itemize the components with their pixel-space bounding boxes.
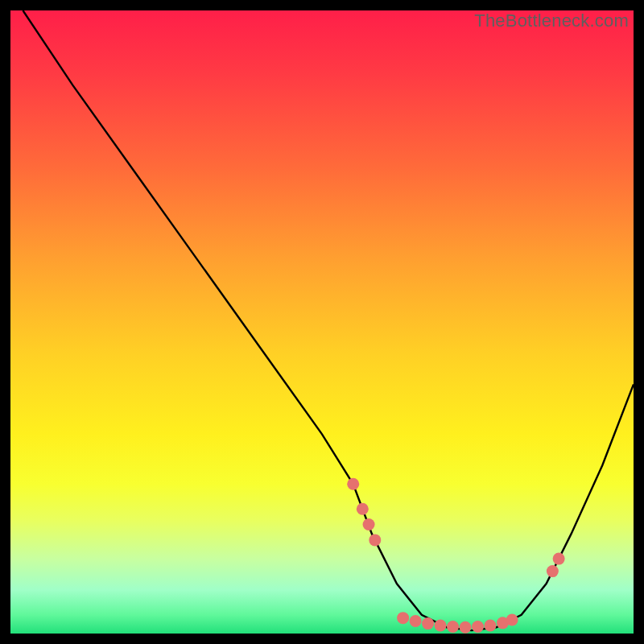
- data-point: [447, 621, 459, 633]
- data-point: [369, 534, 381, 546]
- bottleneck-chart: [10, 10, 634, 634]
- data-point: [422, 617, 434, 630]
- data-point: [547, 565, 559, 577]
- data-point: [435, 619, 447, 631]
- watermark-text: TheBottleneck.com: [474, 10, 629, 31]
- data-point: [553, 553, 565, 565]
- data-point: [472, 621, 484, 633]
- data-point: [484, 619, 496, 631]
- data-point: [347, 478, 359, 490]
- data-point: [410, 615, 422, 627]
- data-point: [506, 613, 518, 625]
- data-point: [357, 503, 369, 515]
- chart-frame: TheBottleneck.com: [10, 10, 634, 634]
- gradient-background: [10, 10, 634, 634]
- data-point: [397, 612, 409, 624]
- data-point: [363, 518, 375, 530]
- data-point: [460, 621, 472, 634]
